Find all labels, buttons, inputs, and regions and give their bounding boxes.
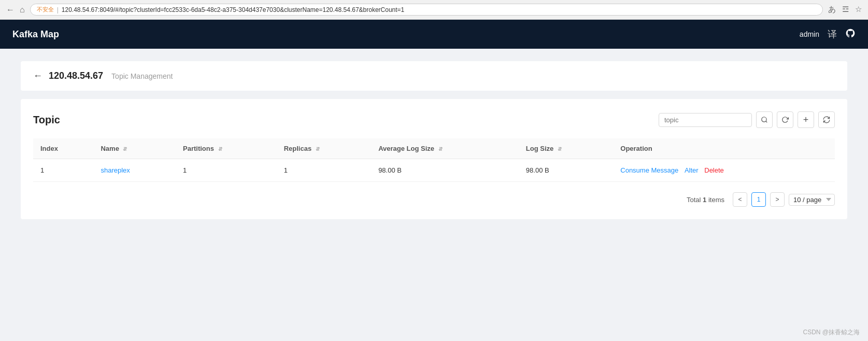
main-content: ← 120.48.54.67 Topic Management Topic +	[0, 49, 868, 341]
col-name[interactable]: Name ⇵	[93, 138, 176, 159]
col-avg-log-size[interactable]: Average Log Size ⇵	[371, 138, 519, 159]
total-label: Total 1 items	[687, 196, 724, 204]
svg-line-1	[766, 121, 767, 123]
topic-search-input[interactable]	[659, 113, 752, 127]
next-page-button[interactable]: >	[770, 192, 785, 207]
reload-button[interactable]	[818, 111, 835, 128]
col-replicas[interactable]: Replicas ⇵	[277, 138, 371, 159]
cell-log-size: 98.00 B	[519, 159, 613, 182]
cell-index: 1	[33, 159, 93, 182]
topic-name-link[interactable]: shareplex	[101, 166, 130, 174]
col-operation: Operation	[613, 138, 835, 159]
prev-page-button[interactable]: <	[733, 192, 747, 207]
navbar-right: admin 译	[800, 28, 856, 41]
topic-table: Index Name ⇵ Partitions ⇵ Replicas ⇵ Ave…	[33, 138, 835, 182]
translate-icon[interactable]: あ	[828, 5, 836, 15]
cell-partitions: 1	[176, 159, 277, 182]
cell-avg-log-size: 98.00 B	[371, 159, 519, 182]
table-header: Index Name ⇵ Partitions ⇵ Replicas ⇵ Ave…	[33, 138, 835, 159]
browser-bar: ← ⌂ 不安全 | 120.48.54.67:8049/#/topic?clus…	[0, 0, 868, 20]
address-bar[interactable]: 不安全 | 120.48.54.67:8049/#/topic?clusterI…	[30, 4, 823, 16]
app-brand: Kafka Map	[12, 29, 59, 40]
browser-icons: あ ☲ ☆	[828, 5, 862, 15]
panel-title: Topic	[33, 114, 60, 126]
col-index: Index	[33, 138, 93, 159]
cell-name: shareplex	[93, 159, 176, 182]
current-page-button[interactable]: 1	[751, 192, 766, 207]
svg-point-0	[762, 117, 766, 122]
navbar: Kafka Map admin 译	[0, 20, 868, 49]
page-subtitle: Topic Management	[111, 72, 173, 80]
pagination: Total 1 items < 1 > 10 / page 20 / page …	[33, 192, 835, 207]
extensions-icon[interactable]: ☲	[842, 5, 849, 15]
admin-label: admin	[800, 30, 819, 38]
cell-replicas: 1	[277, 159, 371, 182]
topic-panel: Topic +	[21, 99, 847, 219]
home-icon[interactable]: ⌂	[20, 5, 25, 15]
cluster-name: 120.48.54.67	[49, 70, 103, 81]
language-icon[interactable]: 译	[828, 28, 837, 40]
bookmark-icon[interactable]: ☆	[855, 5, 862, 15]
add-topic-button[interactable]: +	[798, 111, 814, 128]
per-page-select[interactable]: 10 / page 20 / page 50 / page	[789, 194, 835, 206]
alter-button[interactable]: Alter	[685, 166, 699, 174]
col-partitions[interactable]: Partitions ⇵	[176, 138, 277, 159]
table-body: 1 shareplex 1 1 98.00 B 98.00 B Consume …	[33, 159, 835, 182]
col-log-size[interactable]: Log Size ⇵	[519, 138, 613, 159]
watermark: CSDN @抹香鲸之海	[803, 328, 860, 337]
search-button[interactable]	[756, 111, 773, 128]
refresh-circle-button[interactable]	[777, 111, 793, 128]
cell-operation: Consume Message Alter Delete	[613, 159, 835, 182]
panel-actions: +	[659, 111, 835, 128]
panel-header: Topic +	[33, 111, 835, 128]
url-text: 120.48.54.67:8049/#/topic?clusterId=fcc2…	[62, 6, 404, 13]
security-warning: 不安全	[37, 6, 54, 13]
back-nav-icon[interactable]: ←	[6, 5, 15, 15]
back-arrow-icon[interactable]: ←	[33, 70, 42, 81]
github-icon[interactable]	[845, 28, 856, 41]
delete-button[interactable]: Delete	[704, 166, 724, 174]
back-section: ← 120.48.54.67 Topic Management	[21, 61, 847, 91]
consume-message-button[interactable]: Consume Message	[620, 166, 678, 174]
table-row: 1 shareplex 1 1 98.00 B 98.00 B Consume …	[33, 159, 835, 182]
